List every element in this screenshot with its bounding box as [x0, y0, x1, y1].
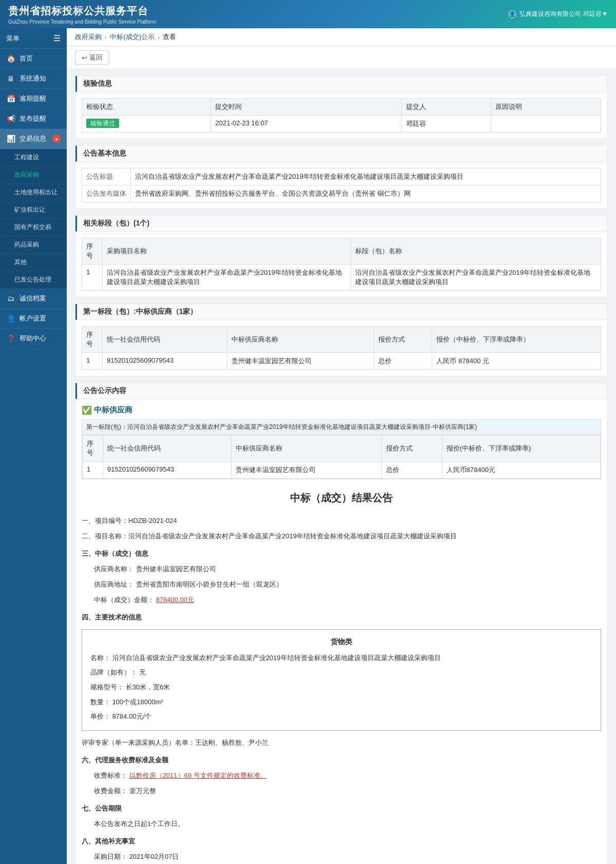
winner-col-seq: 序号 [82, 327, 103, 353]
publisher-label: 公告发布媒体 [82, 185, 131, 202]
sidebar-sub-published[interactable]: 已发公告处理 [0, 271, 67, 289]
purchase-date-label: 采购日期： [94, 853, 127, 860]
related-body: 序号 采购项目名称 标段（包）名称 1 沿河自治县省级农业产业发展农村产业革命蔬… [75, 232, 607, 297]
sidebar-item-credit[interactable]: 🗂 诚信档案 [0, 289, 67, 309]
goods-qty-value: 100个或18000m² [112, 698, 163, 706]
inspection-col-time: 提交时间 [211, 99, 401, 116]
header-title-cn: 贵州省招标投标公共服务平台 [8, 4, 156, 18]
sidebar-item-publish[interactable]: 📢 发布提醒 [0, 109, 67, 129]
publisher-value: 贵州省政府采购网、贵州省招投标公共服务平台、全国公共资源交易平台（贵州省 铜仁市… [131, 185, 601, 202]
account-badge [52, 314, 61, 323]
header-title-en: GuiZhou Province Tendering and Bidding P… [8, 19, 156, 25]
inspection-time: 2021-02-23 16:07 [211, 116, 401, 133]
supplier-badge-icon: ✅ [82, 405, 92, 415]
goods-brand-label: 品牌（如有）： [90, 668, 137, 676]
inner-col-price-type: 报价方式 [382, 436, 442, 462]
bid-amount-value[interactable]: 878400.00元 [156, 596, 194, 604]
sidebar-sub-drug[interactable]: 药品采购 [0, 236, 67, 254]
breadcrumb-sep2: › [158, 33, 160, 41]
overdue-icon: 📅 [6, 95, 15, 103]
notice-icon: 🖥 [6, 74, 15, 83]
fee-amount-value: 壹万元整 [129, 787, 156, 795]
winner-body: 序号 统一社会信用代码 中标供应商名称 报价方式 报价（中标价、下浮率或降率） … [75, 320, 607, 376]
credit-badge [52, 294, 61, 303]
fee-amount-label: 收费金额： [94, 787, 127, 795]
help-icon: ❓ [6, 334, 15, 343]
sidebar-sub-mining[interactable]: 矿业权出让 [0, 201, 67, 219]
supplier-name-value: 贵州健丰温室园艺有限公司 [136, 565, 216, 573]
notice-value: 沿河自治县省级农业产业发展农村产业革命蔬菜产业2019年结转资金标准化基地建设项… [131, 168, 601, 185]
sidebar-sub-other[interactable]: 其他 [0, 254, 67, 271]
announce-item7-title: 七、公告期限 [82, 802, 601, 815]
breadcrumb-current: 查看 [163, 32, 176, 42]
winner-row-price-type: 总价 [374, 353, 432, 370]
announce-item1: 一、项目编号：HDZB-2021-024 [82, 514, 601, 528]
inspection-col-status: 检验状态 [82, 99, 211, 116]
announce-item3-title: 三、中标（成交）信息 [82, 547, 601, 560]
sidebar-sub-gov[interactable]: 政府采购 [0, 166, 67, 184]
goods-name-value: 沿河自治县省级农业产业发展农村产业革命蔬菜产业2019年结转资金标准化基地建设项… [112, 654, 441, 662]
sidebar-item-notice[interactable]: 🖥 系统通知 [0, 69, 67, 89]
inspection-reason [491, 116, 601, 133]
inner-col-credit: 统一社会信用代码 [103, 436, 232, 462]
winner-col-credit: 统一社会信用代码 [103, 327, 227, 353]
sidebar-item-overdue[interactable]: 📅 逾期提醒 [0, 89, 67, 109]
goods-spec-value: 长30米，宽6米 [126, 683, 170, 691]
back-button[interactable]: ↩ 返回 [75, 50, 109, 65]
announce-item4-title: 四、主要技术的信息 [82, 611, 601, 624]
breadcrumb: 政府采购 › 中标(成交)公示 › 查看 [67, 28, 616, 46]
table-row: 1 915201025609079543 贵州健丰温室园艺有限公司 总价 人民币… [82, 353, 601, 370]
sidebar-item-home[interactable]: 🏠 首页 [0, 49, 67, 69]
inner-col-seq: 序号 [83, 436, 103, 462]
sidebar-item-help[interactable]: ❓ 帮助中心 [0, 329, 67, 349]
inspection-header: 核验信息 [75, 76, 607, 92]
credit-icon: 🗂 [6, 294, 15, 303]
inner-row-price-type: 总价 [382, 462, 442, 479]
breadcrumb-gov[interactable]: 政府采购 [75, 32, 102, 42]
purchase-date: 采购日期： 2021年02月07日 [82, 850, 601, 863]
supplier-addr-label: 供应商地址： [94, 580, 134, 588]
fee-standard-label: 收费标准： [94, 772, 127, 779]
inner-table-wrap: 第一标段(包)：沿河自治县省级农业产业发展农村产业革命蔬菜产业2019年结转资金… [82, 419, 601, 479]
inspection-person: 邓廷容 [401, 116, 491, 133]
account-icon: 👤 [6, 314, 15, 323]
goods-brand: 品牌（如有）： 无 [90, 666, 592, 679]
header-user[interactable]: 弘典建设咨询有限公司-邓廷容▼ [519, 10, 608, 18]
sidebar-sub-land[interactable]: 土地使用权出让 [0, 184, 67, 201]
inner-col-price: 报价(中标价、下浮率或降率) [442, 436, 600, 462]
announce-body-wrap: ✅ 中标供应商 第一标段(包)：沿河自治县省级农业产业发展农村产业革命蔬菜产业2… [75, 399, 607, 864]
sidebar-item-trade[interactable]: 📊 交易信息 ● [0, 129, 67, 149]
user-icon: 👤 [508, 10, 516, 18]
announce-section: 公告公示内容 ✅ 中标供应商 第一标段(包)：沿河自治县省级农业产业发展农村产业… [75, 383, 608, 864]
announce-item6-title: 六、代理服务收费标准及金额 [82, 754, 601, 767]
inspection-col-reason: 原因说明 [491, 99, 601, 116]
goods-box: 货物类 名称： 沿河自治县省级农业产业发展农村产业革命蔬菜产业2019年结转资金… [82, 629, 601, 731]
content: 核验信息 检验状态 提交时间 提交人 原因说明 [67, 69, 616, 864]
breadcrumb-notice[interactable]: 中标(成交)公示 [110, 32, 155, 42]
sidebar-sub-engineering[interactable]: 工程建设 [0, 149, 67, 166]
announce-item7-content: 本公告发布之日起1个工作日。 [82, 817, 601, 831]
inspection-body: 检验状态 提交时间 提交人 原因说明 核验通过 2021 [75, 92, 607, 139]
sidebar-label-credit: 诚信档案 [20, 294, 46, 303]
inspection-table: 检验状态 提交时间 提交人 原因说明 核验通过 2021 [82, 98, 601, 133]
sidebar-sub-state[interactable]: 国有产权交易 [0, 219, 67, 236]
sidebar-label-publish: 发布提醒 [20, 114, 46, 123]
sidebar-label-trade: 交易信息 [20, 134, 46, 143]
action-bar: ↩ 返回 [67, 46, 616, 69]
layout: 菜单 ☰ 🏠 首页 🖥 系统通知 📅 逾期提醒 📢 发布提醒 📊 交易信息 ● … [0, 28, 616, 864]
related-row-seq: 1 [82, 265, 103, 291]
trade-badge: ● [52, 135, 61, 143]
inspection-status: 核验通过 [82, 116, 211, 133]
goods-price-value: 8784.00元/个 [112, 712, 152, 720]
sidebar-label-help: 帮助中心 [20, 334, 46, 343]
sidebar-toggle-icon[interactable]: ☰ [53, 33, 61, 43]
publish-icon: 📢 [6, 115, 15, 123]
inner-table-header: 第一标段(包)：沿河自治县省级农业产业发展农村产业革命蔬菜产业2019年结转资金… [82, 420, 601, 435]
announce-supplier-name: 供应商名称： 贵州健丰温室园艺有限公司 [82, 562, 601, 576]
sidebar-item-account[interactable]: 👤 帐户设置 [0, 309, 67, 329]
winner-col-name: 中标供应商名称 [227, 327, 374, 353]
header-right: 👤 弘典建设咨询有限公司-邓廷容▼ [508, 10, 608, 18]
trade-icon: 📊 [6, 135, 15, 143]
fee-standard-value[interactable]: 以黔价房（2011）69 号文件规定的收费标准。 [129, 772, 267, 779]
back-label: 返回 [89, 53, 103, 62]
